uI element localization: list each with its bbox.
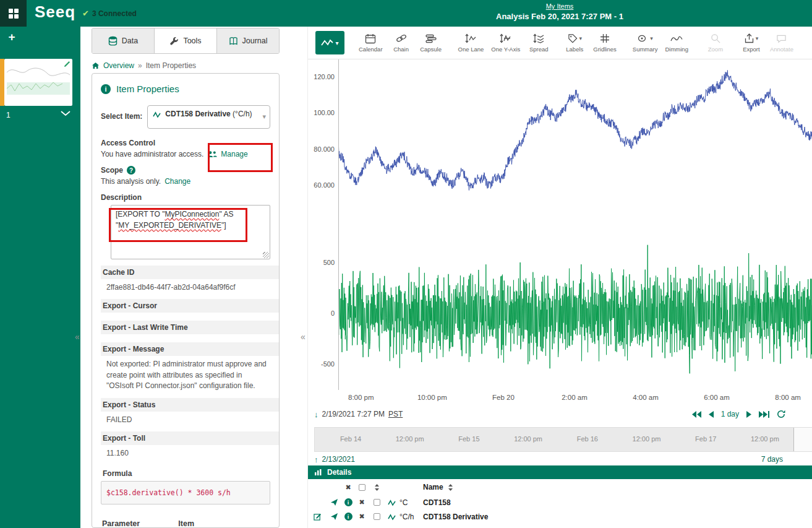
remove-icon[interactable]: ✖ bbox=[355, 498, 369, 506]
apps-menu-button[interactable] bbox=[0, 0, 27, 27]
sort-icon[interactable] bbox=[448, 484, 453, 491]
item-select-dropdown[interactable]: CDT158 Derivative (°C/h) ▾ bbox=[147, 105, 270, 129]
signal-icon bbox=[385, 499, 400, 506]
tab-data[interactable]: Data bbox=[92, 28, 155, 53]
database-icon bbox=[108, 36, 118, 46]
manage-access-link[interactable]: Manage bbox=[221, 150, 247, 158]
scope-label-row: Scope ? bbox=[101, 166, 270, 175]
scrubber-tick-label: Feb 15 bbox=[458, 435, 479, 443]
select-all-checkbox[interactable] bbox=[359, 484, 365, 491]
description-text-part: "] bbox=[221, 221, 226, 230]
property-label: Export - Toll bbox=[101, 431, 279, 445]
tab-tools-label: Tools bbox=[183, 37, 201, 45]
step-back-fast-button[interactable] bbox=[692, 411, 701, 418]
info-icon[interactable]: i bbox=[341, 513, 355, 521]
collapse-sidebar-handle[interactable]: « bbox=[75, 332, 80, 342]
my-items-link[interactable]: My Items bbox=[546, 2, 574, 10]
scrubber-tick-label: Feb 14 bbox=[340, 435, 361, 443]
help-question-icon[interactable]: ? bbox=[127, 166, 135, 175]
chain-button[interactable]: Chain bbox=[387, 32, 416, 54]
apps-grid-icon bbox=[8, 8, 19, 19]
scope-text-row: This analysis only. Change bbox=[101, 177, 270, 186]
scrubber[interactable]: Feb 1412:00 pmFeb 1512:00 pmFeb 1612:00 … bbox=[314, 427, 812, 452]
property-label: Export - Cursor bbox=[101, 299, 279, 313]
row-checkbox[interactable] bbox=[374, 499, 380, 506]
row-checkbox[interactable] bbox=[374, 513, 380, 520]
name-column-header[interactable]: Name bbox=[423, 483, 443, 491]
tab-journal[interactable]: Journal bbox=[217, 28, 279, 53]
tool-label: Export bbox=[743, 46, 759, 53]
zoom-button[interactable]: Zoom bbox=[701, 32, 730, 54]
breadcrumb-overview-link[interactable]: Overview bbox=[103, 61, 134, 70]
calendar-button[interactable]: Calendar bbox=[356, 32, 386, 54]
remove-all-icon[interactable]: ✖ bbox=[341, 483, 355, 491]
details-panel-header[interactable]: Details bbox=[308, 465, 812, 479]
labels-button[interactable]: ▾ Labels bbox=[560, 32, 589, 54]
step-forward-button[interactable] bbox=[746, 411, 751, 418]
investigate-duration-label[interactable]: 7 days bbox=[761, 455, 783, 464]
connected-label: 3 Connected bbox=[92, 9, 137, 18]
jump-to-icon[interactable] bbox=[327, 513, 341, 521]
item-name[interactable]: CDT158 bbox=[423, 498, 812, 507]
description-label: Description bbox=[101, 193, 270, 202]
sort-icon[interactable] bbox=[369, 484, 385, 491]
property-value bbox=[101, 334, 270, 337]
gridlines-icon bbox=[600, 33, 610, 43]
display-range-start[interactable]: ↓ 2/19/2021 7:27 PM PST bbox=[314, 410, 403, 419]
scrubber-selected-range[interactable] bbox=[793, 428, 812, 451]
access-control-text-row: You have administrator access. Manage bbox=[101, 150, 270, 158]
description-textarea[interactable]: [EXPORT TO "MyPIConnection" AS "MY_EXPOR… bbox=[111, 205, 270, 259]
info-icon[interactable]: i bbox=[341, 498, 355, 506]
one-y-axis-button[interactable]: One Y-Axis bbox=[488, 32, 523, 54]
formula-label: Formula bbox=[103, 469, 270, 478]
range-step-label[interactable]: 1 day bbox=[721, 410, 739, 418]
journal-book-icon bbox=[229, 37, 238, 46]
dimming-button[interactable]: Dimming bbox=[662, 32, 691, 54]
y-tick-label: 60.000 bbox=[308, 181, 335, 189]
x-tick-label: 8:00 pm bbox=[348, 394, 374, 401]
export-button[interactable]: ▾ Export bbox=[737, 32, 766, 54]
remove-icon[interactable]: ✖ bbox=[355, 513, 369, 521]
property-label: Export - Last Write Time bbox=[101, 321, 279, 334]
item-properties-title-text: Item Properties bbox=[116, 84, 179, 94]
seeq-logo[interactable]: Seeq bbox=[35, 2, 75, 22]
trend-plot-canvas[interactable] bbox=[338, 59, 812, 390]
details-row-cdt158: i ✖ °C CDT158 bbox=[308, 495, 812, 509]
edit-formula-icon[interactable] bbox=[308, 513, 327, 521]
refresh-icon[interactable] bbox=[777, 410, 785, 418]
tool-label: Gridlines bbox=[593, 46, 617, 53]
y-tick-label: 500 bbox=[308, 259, 335, 266]
one-lane-icon bbox=[465, 33, 477, 43]
active-worksheet-indicator bbox=[0, 59, 4, 106]
capsule-button[interactable]: Capsule bbox=[417, 32, 445, 54]
one-lane-button[interactable]: One Lane bbox=[455, 32, 487, 54]
range-start-label: 2/19/2021 7:27 PM bbox=[322, 410, 385, 418]
view-selector-button[interactable]: ▾ bbox=[315, 31, 344, 54]
timezone-link[interactable]: PST bbox=[388, 410, 403, 418]
chevron-down-icon: ▾ bbox=[756, 35, 759, 41]
selected-item-name: CDT158 Derivative bbox=[165, 110, 230, 118]
users-icon bbox=[207, 150, 217, 158]
item-name[interactable]: CDT158 Derivative bbox=[423, 513, 812, 521]
summary-button[interactable]: ▾ Summary bbox=[630, 32, 661, 54]
investigate-range-start[interactable]: ↑ 2/13/2021 bbox=[314, 455, 355, 464]
chevron-down-icon: ▾ bbox=[262, 113, 266, 121]
chevron-down-icon[interactable] bbox=[61, 111, 71, 116]
spread-button[interactable]: Spread bbox=[524, 32, 553, 54]
add-worksheet-button[interactable]: + bbox=[4, 29, 20, 45]
x-tick-label: 4:00 am bbox=[633, 394, 659, 401]
property-value: 2ffae881-db46-44f7-ab2d-04a64af9f6cf bbox=[101, 279, 270, 293]
tab-tools[interactable]: Tools bbox=[155, 28, 217, 53]
breadcrumb-separator: » bbox=[138, 61, 142, 70]
scope-change-link[interactable]: Change bbox=[165, 177, 190, 186]
worksheet-thumbnail[interactable] bbox=[4, 59, 72, 106]
step-to-end-button[interactable] bbox=[759, 411, 769, 418]
step-back-button[interactable] bbox=[709, 411, 714, 418]
gridlines-button[interactable]: Gridlines bbox=[590, 32, 620, 54]
annotate-button[interactable]: Annotate bbox=[767, 32, 797, 54]
calendar-icon bbox=[365, 33, 376, 44]
collapse-panel-handle[interactable]: « bbox=[301, 332, 306, 342]
agents-connected-status[interactable]: ✔ 3 Connected bbox=[82, 9, 137, 18]
y-tick-label: 100.00 bbox=[308, 109, 335, 116]
jump-to-icon[interactable] bbox=[327, 498, 341, 506]
